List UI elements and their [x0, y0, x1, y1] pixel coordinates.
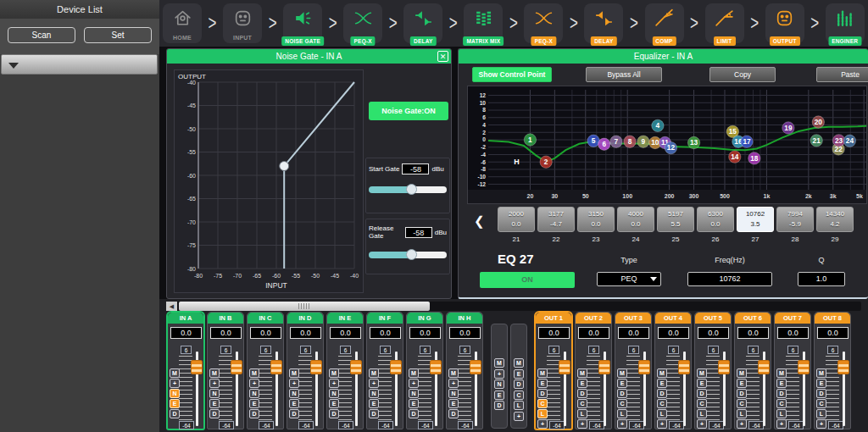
bypass-all-button[interactable]: Bypass All [586, 67, 662, 82]
scroll-left-icon[interactable]: ◀ [166, 302, 177, 311]
channel-button-l[interactable]: L [577, 409, 587, 418]
noise-gate-on-button[interactable]: Noise Gate:ON [369, 102, 448, 120]
channel-button-e[interactable]: E [776, 379, 787, 388]
channel-button-e[interactable]: E [170, 399, 180, 408]
channel-button-m[interactable]: M [657, 368, 667, 378]
channel-button-e[interactable]: E [329, 399, 339, 408]
scan-button[interactable]: Scan [8, 27, 75, 43]
horizontal-scrollbar[interactable]: ◀ [166, 302, 861, 311]
eq-point-9[interactable]: 9 [637, 136, 649, 147]
channel-button-plus[interactable]: + [514, 412, 524, 421]
channel-strip-out-7[interactable]: OUT 7 0.0 6 -64 MEDCL+ [774, 312, 811, 429]
channel-button-e[interactable]: E [494, 390, 504, 400]
eq-point-14[interactable]: 14 [729, 151, 741, 163]
channel-button-n[interactable]: N [329, 389, 339, 398]
release-gate-value[interactable]: -58 [405, 227, 432, 238]
channel-button-e[interactable]: E [209, 399, 220, 408]
channel-button-plus[interactable]: + [617, 419, 627, 429]
channel-gain-value[interactable]: 0.0 [618, 327, 649, 339]
toolbar-item-delay[interactable]: DELAY [403, 3, 442, 43]
show-control-point-button[interactable]: Show Control Point [472, 67, 552, 82]
channel-strip-out-5[interactable]: OUT 5 0.0 6 -64 MEDCL+ [694, 312, 732, 429]
eq-band-cell-29[interactable]: 143404.2 29 [816, 207, 854, 243]
eq-point-4[interactable]: 4 [652, 119, 664, 131]
channel-button-plus[interactable]: + [494, 369, 504, 379]
eq-point-13[interactable]: 13 [687, 136, 699, 148]
channel-button-m[interactable]: M [617, 368, 627, 378]
channel-button-m[interactable]: M [329, 368, 339, 378]
q-field[interactable]: 1.0 [798, 272, 845, 286]
set-button[interactable]: Set [84, 27, 152, 43]
channel-button-e[interactable]: E [448, 399, 459, 408]
type-dropdown[interactable]: PEQ [597, 272, 661, 286]
channel-button-c[interactable]: C [514, 390, 524, 400]
channel-button-l[interactable]: L [657, 409, 667, 418]
toolbar-item-output[interactable]: OUTPUT [765, 3, 804, 43]
channel-button-d[interactable]: D [697, 389, 707, 398]
start-gate-slider[interactable] [369, 186, 447, 193]
toolbar-item-peq-x[interactable]: PEQ-X [524, 3, 563, 43]
eq-band-cell-23[interactable]: 31500.0 23 [577, 207, 615, 243]
channel-button-m[interactable]: M [209, 368, 220, 378]
channel-button-e[interactable]: E [409, 399, 419, 408]
channel-button-plus[interactable]: + [289, 379, 299, 388]
band-freq-gain[interactable]: 143404.2 [816, 207, 854, 232]
channel-button-c[interactable]: C [537, 399, 548, 408]
channel-button-m[interactable]: M [409, 368, 419, 378]
eq-point-12[interactable]: 12 [665, 141, 676, 153]
eq-point-18[interactable]: 18 [748, 152, 760, 164]
channel-button-plus[interactable]: + [577, 419, 587, 429]
fader-handle[interactable] [678, 360, 690, 374]
bands-prev-icon[interactable]: ❮ [474, 213, 485, 229]
channel-button-m[interactable]: M [494, 358, 504, 368]
fader-handle[interactable] [718, 360, 730, 374]
gate-threshold-handle[interactable] [280, 162, 289, 171]
toolbar-item-input[interactable]: INPUT [223, 3, 262, 43]
copy-button[interactable]: Copy [709, 67, 776, 82]
channel-button-n[interactable]: N [249, 389, 259, 398]
channel-button-plus[interactable]: + [249, 379, 259, 388]
channel-gain-value[interactable]: 0.0 [658, 327, 689, 339]
channel-gain-value[interactable]: 0.0 [817, 327, 849, 339]
fader-handle[interactable] [390, 360, 402, 374]
channel-button-c[interactable]: C [657, 399, 667, 408]
eq-point-21[interactable]: 21 [810, 135, 822, 147]
channel-strip-out-1[interactable]: OUT 1 0.0 6 -64 MEDCL+ [535, 312, 572, 429]
fader-handle[interactable] [758, 360, 770, 374]
toolbar-item-delay[interactable]: DELAY [584, 3, 623, 43]
channel-button-n[interactable]: N [448, 389, 459, 398]
channel-button-m[interactable]: M [737, 368, 747, 378]
channel-strip-out-4[interactable]: OUT 4 0.0 6 -64 MEDCL+ [654, 312, 692, 429]
eq-point-8[interactable]: 8 [624, 136, 636, 147]
channel-button-c[interactable]: C [617, 399, 627, 408]
fader-handle[interactable] [837, 360, 849, 374]
channel-button-c[interactable]: C [776, 399, 787, 408]
channel-button-d[interactable]: D [657, 389, 667, 398]
band-freq-gain[interactable]: 3177-4.7 [537, 207, 575, 232]
channel-button-m[interactable]: M [289, 368, 299, 378]
eq-band-on-button[interactable]: ON [480, 272, 575, 288]
channel-button-d[interactable]: D [617, 389, 627, 398]
fader-handle[interactable] [270, 360, 282, 374]
eq-band-cell-22[interactable]: 3177-4.7 22 [537, 207, 575, 243]
toolbar-item-comp[interactable]: COMP [645, 3, 684, 43]
channel-button-e[interactable]: E [737, 379, 747, 388]
channel-button-l[interactable]: L [737, 409, 747, 418]
channel-button-m[interactable]: M [514, 358, 524, 368]
channel-gain-value[interactable]: 0.0 [777, 327, 809, 339]
channel-button-d[interactable]: D [209, 409, 220, 418]
release-gate-slider[interactable] [369, 252, 447, 258]
channel-button-d[interactable]: D [776, 389, 787, 398]
channel-button-m[interactable]: M [816, 368, 826, 378]
channel-button-n[interactable]: N [289, 389, 299, 398]
channel-button-c[interactable]: C [577, 399, 587, 408]
channel-button-l[interactable]: L [514, 401, 524, 410]
fader-handle[interactable] [598, 360, 610, 374]
scrollbar-thumb[interactable] [179, 302, 430, 311]
channel-button-c[interactable]: C [816, 399, 826, 408]
channel-button-d[interactable]: D [448, 409, 459, 418]
channel-gain-value[interactable]: 0.0 [370, 327, 401, 339]
channel-button-plus[interactable]: + [369, 379, 379, 388]
channel-button-d[interactable]: D [289, 409, 299, 418]
channel-strip-out-3[interactable]: OUT 3 0.0 6 -64 MEDCL+ [615, 312, 652, 429]
